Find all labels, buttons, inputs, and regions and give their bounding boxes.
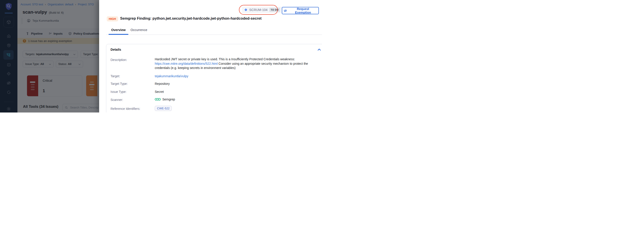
severity-badge: HIGH xyxy=(107,16,118,22)
description-label: Description: xyxy=(110,58,127,62)
finding-detail-panel: SCRUM-104 TO DO Request Exemption HIGH S… xyxy=(99,0,322,112)
tab-occurrence[interactable]: Occurrence xyxy=(131,28,148,32)
target-type-label: Target Type: xyxy=(110,82,128,86)
semgrep-logo-icon xyxy=(155,98,161,101)
active-tab-indicator xyxy=(108,34,128,35)
eye-off-icon xyxy=(284,9,287,12)
modal-scrim[interactable] xyxy=(0,0,99,112)
scanner-name: Semgrep xyxy=(162,98,175,101)
request-exemption-button[interactable]: Request Exemption xyxy=(282,7,319,14)
red-annotation-box xyxy=(239,5,278,15)
description-text: Hardcoded JWT secret or private key is u… xyxy=(155,57,295,61)
tab-overview[interactable]: Overview xyxy=(111,28,126,32)
target-type-value: Repository xyxy=(155,82,170,86)
details-heading: Details xyxy=(110,48,121,51)
issue-type-value: Secret xyxy=(155,90,164,94)
cwe-badge[interactable]: CWE-522 xyxy=(155,106,172,111)
target-value: tejakummarikuntla/vulpy xyxy=(155,74,188,78)
collapse-chevron-up-icon[interactable] xyxy=(318,48,321,52)
request-exemption-label: Request Exemption xyxy=(289,7,317,14)
reference-identifiers-value: CWE-522 xyxy=(155,106,172,111)
target-link[interactable]: tejakummarikuntla/vulpy xyxy=(155,74,188,78)
reference-identifiers-label: Reference Identifiers: xyxy=(110,107,140,110)
details-card: Details Description: Hardcoded JWT secre… xyxy=(106,44,322,112)
app-root: Account: STO test › Organization: defaul… xyxy=(0,0,322,112)
scanner-value: Semgrep xyxy=(155,98,175,101)
issue-type-label: Issue Type: xyxy=(110,90,126,94)
scanner-label: Scanner: xyxy=(110,98,123,102)
panel-tabs: Overview Occurrence xyxy=(111,28,147,32)
cwe-definition-link[interactable]: https://cwe.mitre.org/data/definitions/5… xyxy=(155,62,218,66)
target-label: Target: xyxy=(110,74,120,78)
finding-title: Semgrep Finding: python.jwt.security.jwt… xyxy=(120,16,262,20)
description-value: Hardcoded JWT secret or private key is u… xyxy=(155,57,313,70)
tabs-divider xyxy=(106,34,322,35)
